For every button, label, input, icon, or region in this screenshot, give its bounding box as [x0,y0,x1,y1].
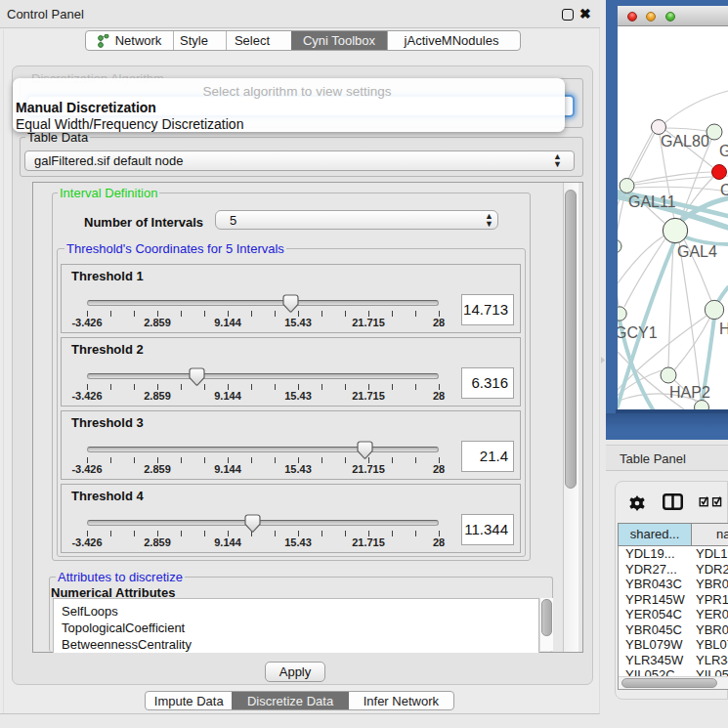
svg-text:GAL80: GAL80 [661,133,709,150]
svg-text:GAL11: GAL11 [628,193,676,210]
svg-text:CY: CY [720,182,728,198]
svg-text:HI: HI [719,321,728,337]
svg-text:HAP2: HAP2 [669,384,710,401]
svg-text:GA: GA [719,143,728,159]
svg-text:GAL4: GAL4 [677,243,717,260]
svg-text:GCY1: GCY1 [618,324,658,341]
